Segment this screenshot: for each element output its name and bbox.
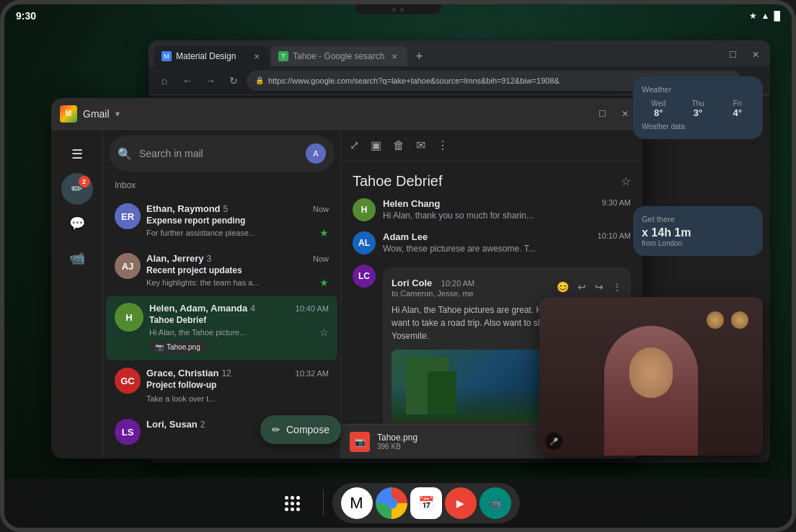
- taskbar: M 📅 ▶ 📹: [4, 479, 792, 528]
- attachment-icon: 📷: [155, 343, 164, 351]
- gmail-search-bar[interactable]: 🔍 Search in mail A: [109, 136, 335, 172]
- chrome-maximize-button[interactable]: ☐: [724, 46, 741, 63]
- get-there-widget: Get there x 14h 1m from London: [633, 206, 763, 256]
- chrome-close-button[interactable]: ✕: [747, 46, 764, 63]
- unread-badge: 2: [79, 176, 90, 187]
- email-header-2: Alan, Jerrery 3 Now: [146, 253, 329, 264]
- status-icons: ★ ▲ █: [749, 11, 780, 21]
- download-file-icon: 📷: [350, 432, 370, 452]
- email-item-alan[interactable]: AJ Alan, Jerrery 3 Now Recent project up…: [106, 246, 337, 296]
- email-avatar-2: AJ: [115, 253, 141, 279]
- email-header-1: Ethan, Raymond 5 Now: [146, 203, 329, 214]
- thread-info-2: Adam Lee 10:10 AM Wow, these picturese a…: [383, 231, 631, 254]
- email-sender-1: Ethan, Raymond 5: [146, 203, 228, 214]
- thread-item-adam: AL Adam Lee 10:10 AM Wow, these pictures…: [353, 231, 631, 254]
- tablet-frame: 9:30 ★ ▲ █ M Material Design ✕ T Tahoe -…: [0, 0, 796, 532]
- taskbar-meet-icon[interactable]: 📹: [479, 487, 511, 519]
- reply-to-label: to Cameron, Jesse, me: [392, 289, 474, 298]
- email-content-3: Helen, Adam, Amanda 4 10:40 AM Tahoe Deb…: [149, 303, 329, 353]
- chrome-home-button[interactable]: ⌂: [154, 71, 174, 91]
- video-person-area: 🎤: [539, 297, 763, 456]
- chrome-tab-close-1[interactable]: ✕: [251, 50, 262, 62]
- chrome-forward-button[interactable]: →: [200, 71, 221, 91]
- email-star-2[interactable]: ★: [319, 277, 329, 288]
- video-call-overlay: 🎤: [539, 297, 763, 456]
- compose-button[interactable]: ✏ Compose: [260, 415, 341, 444]
- email-item-grace[interactable]: GC Grace, Christian 12 10:32 AM Project …: [106, 360, 337, 412]
- compose-pencil-icon: ✏: [272, 424, 280, 435]
- email-avatar-4: GC: [115, 368, 141, 394]
- user-avatar[interactable]: A: [306, 143, 326, 164]
- chrome-tab-close-2[interactable]: ✕: [389, 50, 400, 62]
- chrome-reload-button[interactable]: ↻: [224, 71, 244, 91]
- email-item-ethan[interactable]: ER Ethan, Raymond 5 Now Expense report p…: [106, 196, 337, 246]
- email-star-3-empty[interactable]: ☆: [319, 327, 329, 338]
- taskbar-divider: [323, 490, 324, 516]
- video-mute-button[interactable]: 🎤: [545, 433, 562, 450]
- email-avatar-3: H: [115, 303, 143, 332]
- emoji-icon[interactable]: 😊: [557, 281, 569, 293]
- chrome-tab-title-2: Tahoe - Google sesarch: [293, 51, 384, 61]
- more-reply-icon[interactable]: ⋮: [612, 281, 622, 293]
- sidebar-chat-button[interactable]: 💬: [61, 208, 93, 239]
- email-item-helen[interactable]: H Helen, Adam, Amanda 4 10:40 AM Tahoe D…: [106, 296, 337, 360]
- gmail-maximize-button[interactable]: ☐: [593, 105, 611, 123]
- inbox-label: Inbox: [103, 177, 340, 196]
- more-icon[interactable]: ⋮: [437, 138, 448, 152]
- taskbar-chrome-icon[interactable]: [376, 487, 407, 519]
- email-star-1[interactable]: ★: [319, 227, 329, 239]
- subject-star-icon[interactable]: ☆: [621, 174, 631, 188]
- email-subject-4: Project follow-up: [146, 380, 329, 390]
- email-subject-3: Tahoe Debrief: [149, 315, 329, 325]
- taskbar-overview-button[interactable]: [277, 487, 309, 519]
- get-there-duration: x 14h 1m: [642, 226, 754, 239]
- taskbar-gmail-icon[interactable]: M: [341, 487, 373, 519]
- attachment-name: Tahoe.png: [167, 343, 200, 351]
- weather-day-name-thu: Thu: [681, 99, 715, 107]
- email-header-3: Helen, Adam, Amanda 4 10:40 AM: [149, 303, 329, 314]
- thread-sender-2: Adam Lee: [383, 231, 428, 242]
- attachment-chip-tahoe: 📷 Tahoe.png: [149, 341, 206, 353]
- email-content-4: Grace, Christian 12 10:32 AM Project fol…: [146, 368, 329, 404]
- sidebar-menu-button[interactable]: ☰: [61, 138, 93, 170]
- reply-icon[interactable]: ↩: [578, 281, 586, 293]
- weather-day-wed: Wed 8°: [642, 99, 676, 118]
- tab-favicon-material: M: [162, 51, 172, 61]
- chrome-tab-material-design[interactable]: M Material Design ✕: [154, 46, 270, 66]
- gmail-close-button[interactable]: ✕: [616, 105, 634, 123]
- camera-dot-right: [400, 8, 404, 12]
- thread-time-3: 10:20 AM: [441, 279, 474, 288]
- thread-avatar-2: AL: [353, 231, 376, 254]
- forward-icon[interactable]: ↪: [595, 281, 603, 293]
- archive-icon[interactable]: ▣: [371, 138, 381, 152]
- weather-temp-fri: 4°: [720, 107, 754, 118]
- camera-bar: [355, 4, 441, 14]
- email-time-4: 10:32 AM: [296, 369, 329, 378]
- mark-icon[interactable]: ✉: [416, 138, 425, 152]
- video-person-head: [629, 347, 673, 398]
- email-time-2: Now: [313, 254, 329, 263]
- email-preview-4: Take a look over t...: [146, 394, 215, 403]
- weather-days: Wed 8° Thu 3° Fri 4°: [642, 99, 754, 118]
- sidebar-compose-button[interactable]: ✏ 2: [61, 173, 93, 205]
- compose-label: Compose: [286, 424, 330, 435]
- new-tab-button[interactable]: +: [409, 46, 429, 66]
- taskbar-youtube-icon[interactable]: ▶: [445, 487, 477, 519]
- gmail-email-list: 🔍 Search in mail A Inbox ER Ethan, Raymo…: [103, 130, 341, 458]
- thread-time-1: 9:30 AM: [602, 198, 631, 209]
- overview-grid-icon: [285, 496, 300, 511]
- chrome-tab-tahoe[interactable]: T Tahoe - Google sesarch ✕: [271, 46, 407, 66]
- email-avatar-5: LS: [115, 419, 141, 445]
- bluetooth-icon: ★: [749, 11, 757, 21]
- wifi-icon: ▲: [761, 11, 770, 21]
- email-sender-3: Helen, Adam, Amanda 4: [149, 303, 255, 314]
- weather-temp-wed: 8°: [642, 107, 676, 118]
- taskbar-calendar-icon[interactable]: 📅: [410, 487, 442, 519]
- light-ball-1: [707, 311, 724, 329]
- sidebar-video-button[interactable]: 📹: [61, 242, 93, 274]
- expand-icon[interactable]: ⤢: [350, 138, 359, 152]
- weather-title: Weather: [642, 85, 754, 94]
- delete-icon[interactable]: 🗑: [393, 139, 404, 152]
- chrome-back-button[interactable]: ←: [177, 71, 198, 91]
- gmail-chevron-icon: ▾: [115, 109, 120, 119]
